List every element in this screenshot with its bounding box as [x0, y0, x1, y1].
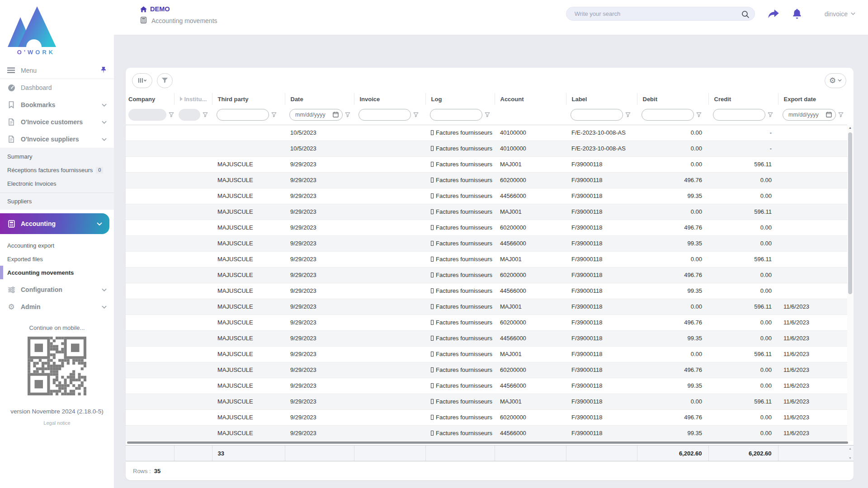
columns-button[interactable]	[132, 73, 152, 88]
filter-funnel-icon[interactable]	[345, 112, 350, 117]
col-header-log[interactable]: Log	[425, 93, 495, 105]
submenu-item-summary[interactable]: Summary	[0, 150, 114, 163]
col-header-debit[interactable]: Debit	[637, 93, 708, 105]
log-filter-input[interactable]	[430, 109, 482, 121]
col-header-export-date[interactable]: Export date	[778, 93, 847, 105]
label-filter-input[interactable]	[571, 109, 623, 121]
submenu-item-suppliers[interactable]: Suppliers	[0, 192, 114, 208]
col-header-institution[interactable]: Institu...	[174, 93, 212, 105]
table-row[interactable]: MAJUSCULE9/29/2023Factures fournisseurs4…	[126, 425, 847, 441]
table-row[interactable]: MAJUSCULE9/29/2023Factures fournisseurs6…	[126, 172, 847, 188]
table-row[interactable]: MAJUSCULE9/29/2023Factures fournisseursM…	[126, 299, 847, 314]
filter-funnel-icon[interactable]	[271, 112, 277, 117]
col-header-date[interactable]: Date	[285, 93, 354, 105]
table-row[interactable]: MAJUSCULE9/29/2023Factures fournisseurs4…	[126, 283, 847, 299]
sidebar-item-bookmarks[interactable]: Bookmarks	[0, 96, 114, 113]
horizontal-scrollbar[interactable]	[126, 441, 854, 445]
debit-filter-input[interactable]	[642, 109, 694, 121]
table-row[interactable]: MAJUSCULE9/29/2023Factures fournisseurs6…	[126, 220, 847, 235]
notifications-bell-icon[interactable]	[792, 9, 802, 19]
table-row[interactable]: 10/5/2023Factures fournisseurs40100000F/…	[126, 125, 847, 141]
cell-institution	[174, 125, 212, 141]
col-header-credit[interactable]: Credit	[708, 93, 778, 105]
table-row[interactable]: MAJUSCULE9/29/2023Factures fournisseurs6…	[126, 409, 847, 425]
filter-funnel-icon[interactable]	[413, 112, 419, 117]
table-row[interactable]: MAJUSCULE9/29/2023Factures fournisseursM…	[126, 346, 847, 362]
scrollbar-thumb[interactable]	[848, 132, 852, 294]
user-menu[interactable]: dinvoice	[825, 10, 855, 18]
col-header-label[interactable]: Label	[566, 93, 637, 105]
sidebar-item-accounting[interactable]: Accounting	[0, 213, 109, 234]
table-row[interactable]: MAJUSCULE9/29/2023Factures fournisseurs4…	[126, 235, 847, 251]
cell-date: 10/5/2023	[285, 141, 354, 156]
submenu-item-electronic-invoices[interactable]: Electronic Invoices	[0, 177, 114, 190]
share-icon[interactable]	[768, 9, 779, 19]
table-row[interactable]: MAJUSCULE9/29/2023Factures fournisseurs4…	[126, 330, 847, 346]
col-header-account[interactable]: Account	[495, 93, 566, 105]
filter-button[interactable]	[157, 73, 173, 88]
missing-glyph-icon	[431, 209, 434, 214]
sidebar-item-oinvoice-suppliers[interactable]: O'Invoice suppliers	[0, 131, 114, 148]
sidebar-item-configuration[interactable]: Configuration	[0, 281, 114, 298]
table-row[interactable]: MAJUSCULE9/29/2023Factures fournisseurs4…	[126, 378, 847, 394]
table-settings-button[interactable]: ⚙	[825, 73, 846, 88]
table-row[interactable]: MAJUSCULE9/29/2023Factures fournisseurs4…	[126, 188, 847, 204]
table-row[interactable]: MAJUSCULE9/29/2023Factures fournisseursM…	[126, 204, 847, 220]
scrollbar-up-arrow[interactable]: ▲	[847, 125, 853, 130]
vertical-scrollbar[interactable]: ▲	[847, 125, 853, 441]
cell-credit: 0.00	[708, 188, 778, 204]
breadcrumb: DEMO Accounting movements	[140, 5, 217, 25]
sidebar-item-oinvoice-customers[interactable]: O'Invoice customers	[0, 113, 114, 131]
movements-table: Company Institu... Third party Date Invo…	[126, 93, 847, 441]
cell-export-date: 11/6/2023	[778, 346, 847, 362]
filter-funnel-icon[interactable]	[203, 112, 208, 117]
table-row[interactable]: MAJUSCULE9/29/2023Factures fournisseurs6…	[126, 267, 847, 283]
filter-funnel-icon[interactable]	[696, 112, 702, 117]
sidebar-item-admin[interactable]: ⚙ Admin	[0, 298, 114, 315]
cell-third-party: MAJUSCULE	[212, 172, 285, 188]
filter-funnel-icon[interactable]	[838, 112, 844, 117]
legal-notice-link[interactable]: Legal notice	[0, 420, 114, 426]
invoice-filter-input[interactable]	[359, 109, 411, 121]
third-party-filter-input[interactable]	[217, 109, 269, 121]
cell-third-party: MAJUSCULE	[212, 204, 285, 220]
search-input[interactable]	[566, 7, 755, 20]
hamburger-icon[interactable]	[7, 67, 15, 73]
submenu-item-exported-files[interactable]: Exported files	[0, 252, 114, 266]
date-filter-input[interactable]: mm/dd/yyyy	[289, 109, 343, 121]
table-row[interactable]: MAJUSCULE9/29/2023Factures fournisseurs6…	[126, 362, 847, 378]
breadcrumb-home[interactable]: DEMO	[140, 5, 217, 13]
cell-date: 9/29/2023	[285, 204, 354, 220]
cell-third-party: MAJUSCULE	[212, 314, 285, 330]
cell-institution	[174, 409, 212, 425]
submenu-item-accounting-export[interactable]: Accounting export	[0, 239, 114, 252]
footer-scroll-arrows[interactable]: ▲▼	[848, 447, 853, 460]
cell-company	[126, 204, 174, 220]
filter-funnel-icon[interactable]	[768, 112, 773, 117]
col-header-third-party[interactable]: Third party	[212, 93, 285, 105]
filter-funnel-icon[interactable]	[169, 112, 174, 117]
total-count: 33	[212, 446, 285, 461]
sidebar-item-dashboard[interactable]: Dashboard	[0, 79, 114, 96]
filter-funnel-icon[interactable]	[485, 112, 490, 117]
col-header-company[interactable]: Company	[126, 93, 174, 105]
table-row[interactable]: MAJUSCULE9/29/2023Factures fournisseursM…	[126, 251, 847, 267]
username: dinvoice	[825, 10, 848, 18]
table-row[interactable]: MAJUSCULE9/29/2023Factures fournisseurs6…	[126, 314, 847, 330]
cell-credit: 596.11	[708, 299, 778, 314]
credit-filter-input[interactable]	[713, 109, 765, 121]
filter-funnel-icon[interactable]	[625, 112, 631, 117]
export-date-filter-input[interactable]: mm/dd/yyyy	[783, 109, 836, 121]
table-row[interactable]: MAJUSCULE9/29/2023Factures fournisseursM…	[126, 156, 847, 172]
scrollbar-thumb[interactable]	[127, 441, 848, 444]
submenu-item-receptions-factures[interactable]: Réceptions factures fournisseurs 0	[0, 163, 114, 177]
submenu-item-accounting-movements[interactable]: Accounting movements	[0, 266, 114, 279]
cell-invoice	[354, 235, 425, 251]
search-icon[interactable]	[741, 10, 749, 18]
total-institution	[174, 446, 212, 461]
pin-sidebar-icon[interactable]	[100, 67, 107, 74]
col-header-invoice[interactable]: Invoice	[354, 93, 425, 105]
table-row[interactable]: 10/5/2023Factures fournisseurs40100000F/…	[126, 141, 847, 156]
table-row[interactable]: MAJUSCULE9/29/2023Factures fournisseursM…	[126, 394, 847, 409]
cell-invoice	[354, 251, 425, 267]
